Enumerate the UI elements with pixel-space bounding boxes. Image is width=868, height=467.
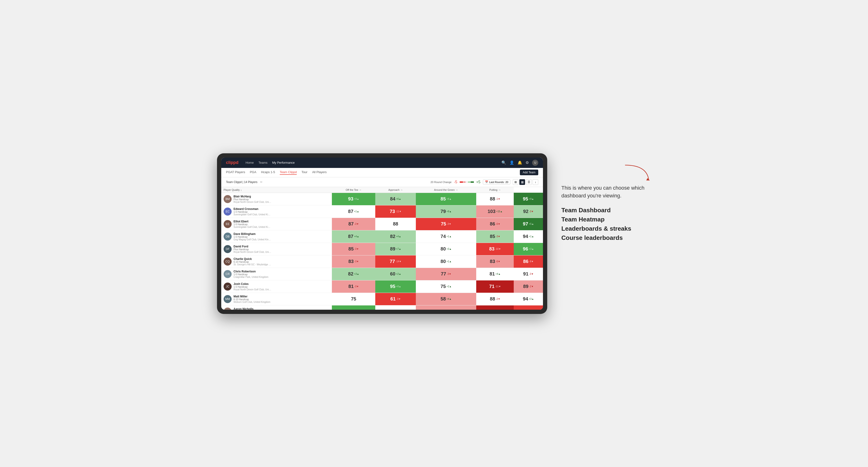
subnav-allplayers[interactable]: All Players (312, 170, 327, 175)
metric-value: 87 (348, 209, 353, 214)
table-container: Player Quality ↓ Off the Tee → Approach … (221, 187, 543, 310)
metric-change: -3▼ (529, 273, 533, 275)
search-icon[interactable]: 🔍 (501, 160, 506, 165)
metric-cell-putting: 85 -4▼ (514, 305, 543, 310)
metric-change: +1▲ (446, 260, 452, 263)
player-cell[interactable]: CQ Charlie Quick 6-10 Handicap St. Georg… (221, 255, 332, 268)
table-row[interactable]: DF David Ford Plus Handicap Royal North … (221, 243, 543, 255)
table-row[interactable]: DB Dave Billingham 1-5 Handicap Gog Mago… (221, 230, 543, 243)
metric-value: 87 (348, 221, 353, 227)
metric-cell-around: 103 +15▲ (476, 205, 514, 218)
player-club: Gog Magog Golf Club, United Kingdom (234, 238, 271, 241)
view-export-icon[interactable]: ↓ (533, 179, 538, 185)
metric-cell-around: 71 -11▼ (476, 280, 514, 293)
last-rounds-text: Last Rounds: (489, 181, 504, 184)
last-rounds-icon: 📅 (485, 181, 488, 184)
player-info: Edward Crossman 1-5 Handicap Sunningdale… (234, 207, 271, 216)
subnav-teamclippd[interactable]: Team Clippd (280, 170, 297, 175)
player-cell[interactable]: AN Aaron Nicholls 11-15 Handicap Drift G… (221, 305, 332, 310)
bell-icon[interactable]: 🔔 (518, 160, 522, 165)
settings-icon[interactable]: ⚙ (526, 160, 529, 165)
player-avatar: EE (224, 220, 231, 228)
round-controls: 20 Round Change -5 +5 📅 Last Rounds: 20 (431, 179, 538, 185)
col-tee[interactable]: Off the Tee → (332, 187, 375, 193)
player-cell[interactable]: CR Chris Robertson 1-5 Handicap Craigmil… (221, 268, 332, 280)
player-info: Chris Robertson 1-5 Handicap Craigmillar… (234, 270, 269, 278)
metric-cell-putting: 89 -2▼ (514, 280, 543, 293)
metric-cell-putting: 94 +1▲ (514, 230, 543, 243)
player-cell[interactable]: EE Elliot Ebert 1-5 Handicap Sunningdale… (221, 218, 332, 230)
metric-value: 94 (523, 234, 528, 239)
color-bar (460, 181, 474, 183)
avatar[interactable]: U (532, 160, 538, 166)
annotation-item-course: Course leaderboards (561, 234, 651, 242)
col-putting[interactable]: Putting → (476, 187, 514, 193)
metric-value: 82 (390, 234, 395, 239)
view-list-icon[interactable]: ☰ (526, 179, 532, 185)
col-around[interactable]: Around the Green → (416, 187, 476, 193)
metric-change: -1▼ (496, 198, 500, 200)
table-row[interactable]: BM Blair McHarg Plus Handicap Royal Nort… (221, 193, 543, 205)
metric-change: +6▲ (396, 198, 401, 200)
subnav-pga[interactable]: PGA (250, 170, 256, 175)
metric-cell-tee: 77 -14▼ (375, 255, 415, 268)
metric-value: 95 (390, 284, 395, 289)
player-name: Blair McHarg (234, 195, 271, 198)
edit-icon[interactable]: ✏ (260, 181, 262, 184)
table-row[interactable]: CQ Charlie Quick 6-10 Handicap St. Georg… (221, 255, 543, 268)
nav-link-home[interactable]: Home (246, 161, 254, 164)
table-row[interactable]: MM Matt Miller 6-10 Handicap Woburn Golf… (221, 293, 543, 305)
metric-cell-putting: 95 +9▲ (514, 193, 543, 205)
metric-cell-approach: 75 +2▲ (416, 280, 476, 293)
add-team-button[interactable]: Add Team (520, 169, 538, 175)
player-info: David Ford Plus Handicap Royal North Dev… (234, 245, 271, 253)
nav-link-performance[interactable]: My Performance (272, 161, 294, 164)
view-grid-icon[interactable]: ⊞ (513, 179, 519, 185)
annotation-panel: This is where you can choose which dashb… (561, 153, 651, 242)
metric-change: +3▲ (446, 248, 452, 250)
player-cell[interactable]: MM Matt Miller 6-10 Handicap Woburn Golf… (221, 293, 332, 305)
player-name: Chris Robertson (234, 270, 269, 273)
metric-change: -3▼ (354, 260, 359, 263)
metric-cell-approach: 85 +8▲ (416, 193, 476, 205)
subnav-hcaps[interactable]: Hcaps 1-5 (261, 170, 275, 175)
table-row[interactable]: JC Josh Coles 1-5 Handicap Royal North D… (221, 280, 543, 293)
player-name: Matt Miller (234, 295, 270, 298)
view-heatmap-icon[interactable]: ▦ (519, 179, 525, 185)
metric-value: 83 (489, 246, 494, 252)
subnav-tour[interactable]: Tour (302, 170, 307, 175)
player-avatar: CR (224, 270, 231, 278)
player-name: Edward Crossman (234, 207, 271, 211)
user-icon[interactable]: 👤 (509, 160, 514, 165)
nav-icons: 🔍 👤 🔔 ⚙ U (501, 160, 538, 166)
table-row[interactable]: EC Edward Crossman 1-5 Handicap Sunningd… (221, 205, 543, 218)
metric-cell-tee: 89 +7▲ (375, 243, 415, 255)
table-row[interactable]: AN Aaron Nicholls 11-15 Handicap Drift G… (221, 305, 543, 310)
player-cell[interactable]: EC Edward Crossman 1-5 Handicap Sunningd… (221, 205, 332, 218)
player-club: Woburn Golf Club, United Kingdom (234, 301, 270, 303)
table-row[interactable]: EE Elliot Ebert 1-5 Handicap Sunningdale… (221, 218, 543, 230)
nav-link-teams[interactable]: Teams (258, 161, 268, 164)
subnav-pgat[interactable]: PGAT Players (226, 170, 245, 175)
player-name: Josh Coles (234, 282, 271, 286)
player-cell[interactable]: DF David Ford Plus Handicap Royal North … (221, 243, 332, 255)
metric-cell-quality: 83 -3▼ (332, 255, 375, 268)
metric-change: -3▼ (447, 273, 451, 275)
metric-cell-quality: 87 +1▲ (332, 205, 375, 218)
metric-change: -10▼ (495, 248, 501, 250)
table-row[interactable]: CR Chris Robertson 1-5 Handicap Craigmil… (221, 268, 543, 280)
col-player[interactable]: Player Quality ↓ (221, 187, 332, 193)
player-cell[interactable]: JC Josh Coles 1-5 Handicap Royal North D… (221, 280, 332, 293)
player-cell[interactable]: BM Blair McHarg Plus Handicap Royal Nort… (221, 193, 332, 205)
team-title: Team Clippd | 14 Players (226, 181, 257, 184)
player-club: St. George's Hill GC - Weybridge - Surre… (234, 263, 271, 266)
metric-value: 85 (441, 196, 446, 201)
player-avatar: DF (224, 245, 231, 253)
metric-change: -6▼ (496, 223, 500, 225)
metric-cell-around: 86 -6▼ (476, 218, 514, 230)
player-cell[interactable]: DB Dave Billingham 1-5 Handicap Gog Mago… (221, 230, 332, 243)
player-club: Royal North Devon Golf Club, United King… (234, 201, 271, 203)
player-info: Charlie Quick 6-10 Handicap St. George's… (234, 257, 271, 266)
col-approach[interactable]: Approach → (375, 187, 415, 193)
last-rounds-button[interactable]: 📅 Last Rounds: 20 (483, 180, 510, 184)
